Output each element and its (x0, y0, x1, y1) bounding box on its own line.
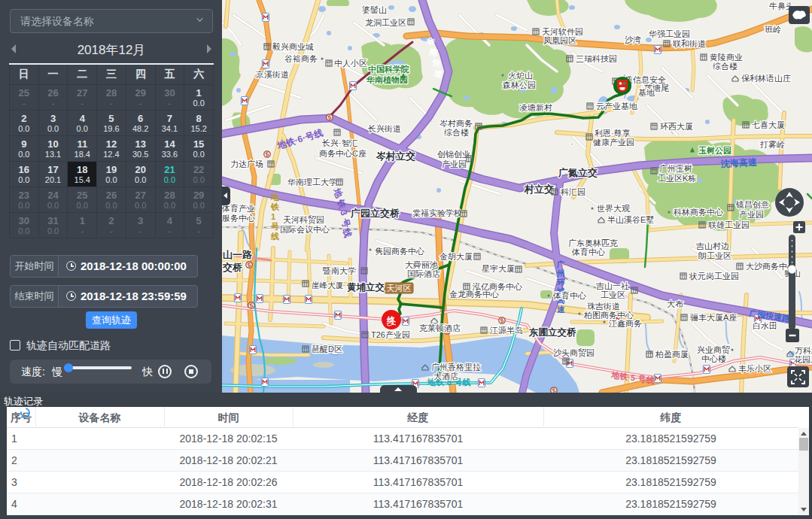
svg-text:骊丰大厦A座: 骊丰大厦A座 (690, 313, 737, 322)
svg-text:产业园: 产业园 (442, 159, 467, 168)
svg-text:半山溪谷E墅: 半山溪谷E墅 (607, 215, 654, 224)
svg-text:镜昌创意: 镜昌创意 (735, 200, 769, 209)
svg-text:白水田: 白水田 (753, 321, 777, 330)
svg-text:金胡大厦: 金胡大厦 (439, 252, 473, 261)
svg-text:状元岗工业园: 状元岗工业园 (689, 272, 739, 281)
svg-text:力达广场: 力达广场 (230, 159, 263, 168)
svg-text:崖峰大厦: 崖峰大厦 (312, 281, 344, 290)
svg-text:铁: 铁 (270, 202, 280, 211)
svg-text:珠吉街道: 珠吉街道 (587, 302, 620, 311)
svg-text:广东奥林匹克: 广东奥林匹克 (568, 238, 618, 247)
svg-text:地: 地 (270, 193, 280, 202)
svg-text:东圃立交桥: 东圃立交桥 (528, 327, 576, 338)
svg-text:体育中心: 体育中心 (571, 247, 605, 256)
svg-text:华强工业园: 华强工业园 (648, 29, 690, 38)
svg-text:基地: 基地 (638, 88, 655, 97)
svg-text:终: 终 (386, 315, 397, 326)
svg-text:琶醍D区: 琶醍D区 (312, 344, 342, 354)
svg-text:谷裕商务: 谷裕商务 (284, 54, 318, 63)
svg-text:环西大厦: 环西大厦 (660, 122, 693, 131)
svg-text:玉树公园: 玉树公园 (698, 146, 731, 155)
svg-text:凌塘新村: 凌塘新村 (519, 103, 552, 112)
svg-text:广氮立交: 广氮立交 (558, 167, 598, 178)
svg-text:森林公园: 森林公园 (503, 80, 536, 90)
svg-text:长兴·智汇: 长兴·智汇 (321, 138, 358, 147)
svg-text:交桥: 交桥 (222, 262, 243, 273)
svg-text:创锦创业: 创锦创业 (437, 150, 470, 159)
svg-text:工业区: 工业区 (601, 290, 625, 299)
svg-text:保利林语山庄: 保利林语山庄 (741, 74, 791, 83)
svg-text:工业区K栋: 工业区K栋 (658, 174, 696, 183)
svg-text:花园二: 花园二 (794, 355, 812, 364)
svg-text:沈海高速: 沈海高速 (719, 156, 758, 169)
svg-text:综合楼: 综合楼 (713, 62, 737, 71)
svg-text:科林商务中心: 科林商务中心 (673, 208, 723, 217)
svg-text:龙洞工业区: 龙洞工业区 (365, 18, 406, 27)
svg-text:商务中心C座: 商务中心C座 (319, 149, 366, 158)
svg-text:号: 号 (270, 222, 279, 231)
svg-text:大舜丽池: 大舜丽池 (405, 260, 438, 269)
svg-text:三瑞科技园: 三瑞科技园 (576, 54, 617, 63)
svg-text:大布: 大布 (667, 299, 683, 308)
svg-text:星宇大厦: 星宇大厦 (482, 264, 515, 273)
svg-text:中人小区: 中人小区 (334, 59, 367, 68)
svg-text:吉山村边: 吉山村边 (695, 241, 729, 250)
svg-text:广: 广 (556, 260, 565, 269)
svg-text:天河软件园: 天河软件园 (542, 27, 583, 36)
svg-text:泓亿商务中心: 泓亿商务中心 (472, 282, 522, 291)
svg-text:天河区: 天河区 (387, 284, 412, 293)
svg-text:国际酒店: 国际酒店 (407, 269, 440, 278)
svg-text:七喜大厦: 七喜大厦 (751, 120, 785, 129)
svg-text:火炉山: 火炉山 (508, 71, 533, 80)
svg-text:T26产业园: T26产业园 (371, 330, 410, 339)
svg-text:健康产业园: 健康产业园 (592, 138, 634, 147)
svg-text:打雾岭: 打雾岭 (759, 140, 785, 149)
svg-text:大酒店: 大酒店 (433, 372, 458, 381)
svg-text:山一路: 山一路 (223, 249, 253, 260)
svg-text:江鑫商务: 江鑫商务 (608, 319, 642, 328)
svg-text:国际会议中心: 国际会议中心 (280, 225, 330, 234)
svg-text:凤凰园区: 凤凰园区 (543, 36, 576, 45)
svg-text:长兴街道: 长兴街道 (367, 124, 401, 133)
svg-text:岑村商务: 岑村商务 (439, 119, 473, 128)
svg-text:岑村立交: 岑村立交 (376, 150, 415, 162)
svg-text:沙湾: 沙湾 (625, 35, 641, 44)
svg-text:利恩·尊享: 利恩·尊享 (595, 129, 631, 138)
svg-text:华: 华 (425, 36, 436, 47)
svg-text:班岭: 班岭 (765, 25, 781, 34)
svg-text:环: 环 (556, 278, 565, 287)
svg-text:产业园: 产业园 (739, 210, 764, 219)
svg-text:中国科学院: 中国科学院 (368, 64, 409, 74)
svg-text:·: · (570, 139, 573, 148)
svg-text:科汇园: 科汇园 (560, 187, 585, 196)
svg-text:朗工业区: 朗工业区 (698, 251, 731, 260)
svg-text:克莱顿酒店: 克莱顿酒店 (419, 323, 461, 332)
svg-text:广园立交桥: 广园立交桥 (350, 208, 400, 219)
svg-text:服务中心: 服务中心 (222, 214, 255, 223)
svg-text:云产业基地: 云产业基地 (596, 102, 637, 111)
svg-text:万科城: 万科城 (795, 346, 812, 355)
svg-text:丰乐小区: 丰乐小区 (738, 364, 771, 373)
svg-text:兴业商贸: 兴业商贸 (697, 345, 730, 354)
svg-text:线: 线 (270, 232, 279, 241)
svg-text:体育中心: 体育中心 (552, 291, 586, 300)
svg-text:沙头商贸园: 沙头商贸园 (553, 348, 595, 357)
svg-text:州: 州 (556, 269, 565, 278)
svg-text:速: 速 (557, 305, 565, 314)
svg-text:毅兴商业城: 毅兴商业城 (272, 42, 314, 51)
svg-text:联和街道: 联和街道 (673, 39, 706, 48)
svg-text:黄埔立交: 黄埔立交 (347, 282, 385, 293)
svg-text:江源半岛: 江源半岛 (489, 326, 523, 335)
svg-text:吉山一社: 吉山一社 (595, 281, 629, 290)
svg-text:华南理工大学: 华南理工大学 (287, 178, 337, 187)
svg-text:村立交: 村立交 (524, 184, 554, 195)
svg-text:天河科贸园: 天河科贸园 (283, 215, 324, 224)
svg-text:联雄工业园: 联雄工业园 (708, 220, 750, 229)
svg-text:婆髻山: 婆髻山 (362, 5, 387, 14)
svg-text:综合楼: 综合楼 (444, 128, 469, 137)
svg-text:中心楼: 中心楼 (701, 354, 726, 363)
svg-text:南: 南 (428, 47, 439, 57)
svg-text:黄陵商业: 黄陵商业 (710, 53, 743, 62)
svg-text:1: 1 (271, 212, 275, 221)
svg-text:柏盈商厦: 柏盈商厦 (655, 350, 689, 359)
